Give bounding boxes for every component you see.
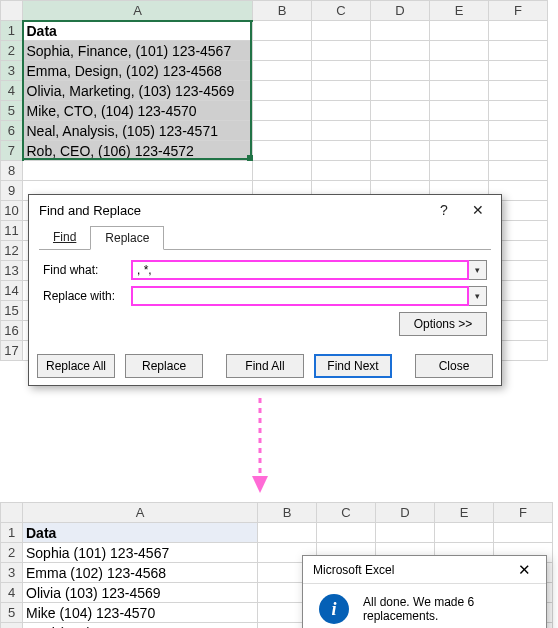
close-icon[interactable]: ✕ bbox=[506, 559, 542, 581]
cell[interactable] bbox=[312, 61, 371, 81]
cell[interactable]: Neal (105) 123-4571 bbox=[23, 623, 258, 629]
cell[interactable] bbox=[23, 161, 253, 181]
row-header[interactable]: 1 bbox=[1, 21, 23, 41]
col-header[interactable]: F bbox=[489, 1, 548, 21]
cell[interactable] bbox=[435, 523, 494, 543]
row-header[interactable]: 8 bbox=[1, 161, 23, 181]
cell[interactable] bbox=[312, 81, 371, 101]
cell[interactable] bbox=[253, 121, 312, 141]
cell[interactable] bbox=[253, 101, 312, 121]
options-button[interactable]: Options >> bbox=[399, 312, 487, 336]
cell[interactable]: Mike, CTO, (104) 123-4570 bbox=[23, 101, 253, 121]
col-header[interactable]: B bbox=[253, 1, 312, 21]
dialog-titlebar[interactable]: Find and Replace ? ✕ bbox=[29, 195, 501, 225]
find-all-button[interactable]: Find All bbox=[226, 354, 304, 378]
cell[interactable] bbox=[430, 41, 489, 61]
row-header[interactable]: 11 bbox=[1, 221, 23, 241]
cell[interactable] bbox=[371, 21, 430, 41]
find-what-input[interactable] bbox=[131, 260, 469, 280]
cell[interactable]: Mike (104) 123-4570 bbox=[23, 603, 258, 623]
cell[interactable] bbox=[312, 21, 371, 41]
find-next-button[interactable]: Find Next bbox=[314, 354, 392, 378]
row-header[interactable]: 4 bbox=[1, 81, 23, 101]
cell[interactable] bbox=[430, 81, 489, 101]
col-header[interactable]: D bbox=[376, 503, 435, 523]
cell[interactable] bbox=[312, 101, 371, 121]
col-header[interactable]: C bbox=[317, 503, 376, 523]
col-header[interactable]: F bbox=[494, 503, 553, 523]
col-header[interactable]: C bbox=[312, 1, 371, 21]
close-button[interactable]: Close bbox=[415, 354, 493, 378]
row-header[interactable]: 5 bbox=[1, 101, 23, 121]
cell[interactable]: Olivia (103) 123-4569 bbox=[23, 583, 258, 603]
cell[interactable] bbox=[371, 141, 430, 161]
row-header[interactable]: 6 bbox=[1, 121, 23, 141]
cell[interactable]: Data bbox=[23, 523, 258, 543]
tab-replace[interactable]: Replace bbox=[90, 226, 164, 250]
cell[interactable]: Sophia, Finance, (101) 123-4567 bbox=[23, 41, 253, 61]
cell[interactable] bbox=[253, 141, 312, 161]
row-header[interactable]: 7 bbox=[1, 141, 23, 161]
replace-button[interactable]: Replace bbox=[125, 354, 203, 378]
cell[interactable] bbox=[312, 141, 371, 161]
cell[interactable] bbox=[253, 41, 312, 61]
cell[interactable] bbox=[312, 161, 371, 181]
cell[interactable]: Neal, Analysis, (105) 123-4571 bbox=[23, 121, 253, 141]
row-header[interactable]: 16 bbox=[1, 321, 23, 341]
cell[interactable] bbox=[253, 81, 312, 101]
tab-find[interactable]: Find bbox=[39, 226, 90, 250]
cell[interactable] bbox=[430, 161, 489, 181]
cell[interactable] bbox=[253, 161, 312, 181]
row-header[interactable]: 1 bbox=[1, 523, 23, 543]
cell[interactable]: Sophia (101) 123-4567 bbox=[23, 543, 258, 563]
cell[interactable]: Rob, CEO, (106) 123-4572 bbox=[23, 141, 253, 161]
replace-all-button[interactable]: Replace All bbox=[37, 354, 115, 378]
cell[interactable] bbox=[371, 61, 430, 81]
corner-cell[interactable] bbox=[1, 503, 23, 523]
cell[interactable] bbox=[253, 21, 312, 41]
col-header[interactable]: A bbox=[23, 1, 253, 21]
replace-with-input[interactable] bbox=[131, 286, 469, 306]
cell[interactable] bbox=[258, 523, 317, 543]
cell[interactable] bbox=[317, 523, 376, 543]
row-header[interactable]: 10 bbox=[1, 201, 23, 221]
cell[interactable] bbox=[371, 81, 430, 101]
row-header[interactable]: 14 bbox=[1, 281, 23, 301]
chevron-down-icon[interactable]: ▾ bbox=[469, 286, 487, 306]
cell[interactable]: Emma (102) 123-4568 bbox=[23, 563, 258, 583]
cell[interactable] bbox=[494, 523, 553, 543]
row-header[interactable]: 15 bbox=[1, 301, 23, 321]
cell[interactable] bbox=[430, 101, 489, 121]
cell[interactable] bbox=[430, 61, 489, 81]
chevron-down-icon[interactable]: ▾ bbox=[469, 260, 487, 280]
row-header[interactable]: 3 bbox=[1, 563, 23, 583]
cell[interactable] bbox=[489, 121, 548, 141]
cell[interactable]: Data bbox=[23, 21, 253, 41]
cell[interactable] bbox=[489, 61, 548, 81]
corner-cell[interactable] bbox=[1, 1, 23, 21]
cell[interactable]: Olivia, Marketing, (103) 123-4569 bbox=[23, 81, 253, 101]
row-header[interactable]: 4 bbox=[1, 583, 23, 603]
cell[interactable] bbox=[253, 61, 312, 81]
cell[interactable] bbox=[489, 141, 548, 161]
col-header[interactable]: D bbox=[371, 1, 430, 21]
cell[interactable] bbox=[489, 41, 548, 61]
row-header[interactable]: 5 bbox=[1, 603, 23, 623]
row-header[interactable]: 12 bbox=[1, 241, 23, 261]
cell[interactable] bbox=[489, 101, 548, 121]
cell[interactable] bbox=[312, 41, 371, 61]
cell[interactable] bbox=[430, 21, 489, 41]
cell[interactable] bbox=[376, 523, 435, 543]
row-header[interactable]: 17 bbox=[1, 341, 23, 361]
cell[interactable] bbox=[371, 161, 430, 181]
col-header[interactable]: B bbox=[258, 503, 317, 523]
cell[interactable] bbox=[489, 161, 548, 181]
col-header[interactable]: E bbox=[430, 1, 489, 21]
row-header[interactable]: 3 bbox=[1, 61, 23, 81]
row-header[interactable]: 9 bbox=[1, 181, 23, 201]
row-header[interactable]: 13 bbox=[1, 261, 23, 281]
help-button[interactable]: ? bbox=[427, 198, 461, 222]
col-header[interactable]: A bbox=[23, 503, 258, 523]
cell[interactable] bbox=[430, 141, 489, 161]
row-header[interactable]: 6 bbox=[1, 623, 23, 629]
